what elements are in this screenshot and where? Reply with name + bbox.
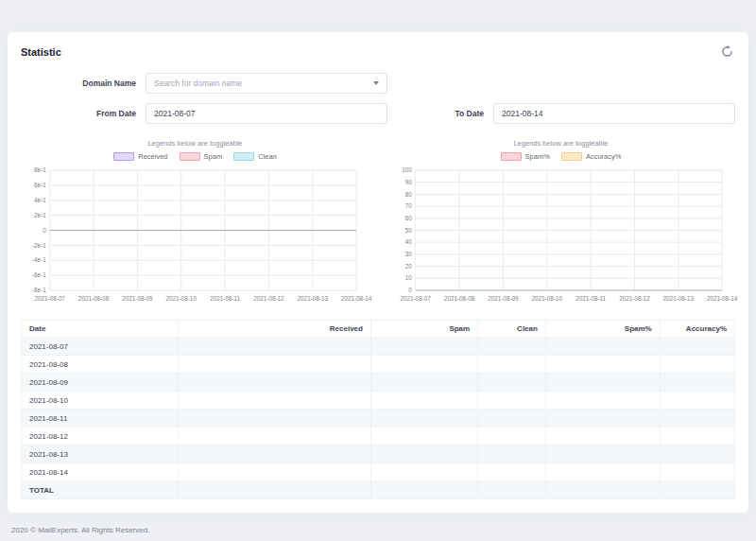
- refresh-icon: [721, 45, 733, 58]
- content-area: Statistic Domain Name Search for domain …: [0, 0, 756, 518]
- from-date-input[interactable]: [146, 103, 387, 124]
- card-header: Statistic: [21, 44, 735, 60]
- value-cell: [660, 428, 734, 445]
- legend-label: Received: [138, 152, 167, 161]
- value-cell: [370, 463, 477, 481]
- value-cell: [370, 445, 477, 463]
- value-cell: [545, 481, 660, 499]
- value-cell: [545, 356, 660, 374]
- svg-text:2021-08-14: 2021-08-14: [707, 295, 738, 302]
- col-header-clean: Clean: [478, 321, 546, 338]
- value-cell: [545, 445, 660, 463]
- date-cell: TOTAL: [22, 481, 179, 499]
- volume-chart: Legends below are toggleable ReceivedSpa…: [25, 139, 366, 306]
- table-row: 2021-08-09: [22, 374, 735, 392]
- svg-text:2021-08-11: 2021-08-11: [576, 295, 606, 302]
- value-cell: [179, 428, 371, 445]
- from-date-label: From Date: [21, 109, 146, 118]
- svg-text:8e-1: 8e-1: [34, 166, 46, 173]
- svg-text:10: 10: [405, 274, 412, 281]
- svg-text:80: 80: [405, 191, 412, 198]
- svg-text:2021-08-07: 2021-08-07: [35, 295, 66, 302]
- legend-item-spam[interactable]: Spam: [180, 152, 223, 161]
- volume-chart-legend: ReceivedSpamClean: [25, 151, 366, 162]
- svg-text:2e-1: 2e-1: [34, 212, 46, 218]
- percentage-chart: Legends below are toggleable Spam%Accura…: [390, 139, 731, 306]
- value-cell: [179, 463, 371, 481]
- svg-text:2021-08-08: 2021-08-08: [444, 295, 475, 302]
- legend-swatch: [233, 152, 254, 161]
- value-cell: [478, 410, 546, 428]
- value-cell: [478, 338, 546, 356]
- value-cell: [660, 392, 734, 410]
- value-cell: [179, 374, 371, 392]
- value-cell: [370, 392, 477, 410]
- svg-text:2021-08-14: 2021-08-14: [341, 295, 372, 302]
- legend-item-spam[interactable]: Spam%: [501, 152, 550, 161]
- svg-text:70: 70: [405, 202, 412, 209]
- value-cell: [478, 392, 546, 410]
- svg-text:6e-1: 6e-1: [34, 182, 46, 188]
- value-cell: [370, 374, 477, 392]
- legend-item-received[interactable]: Received: [113, 152, 167, 161]
- date-cell: 2021-08-07: [22, 338, 179, 356]
- legend-item-accuracy[interactable]: Accuracy%: [561, 152, 622, 161]
- svg-text:4e-1: 4e-1: [34, 197, 46, 203]
- svg-text:50: 50: [405, 227, 412, 234]
- date-cell: 2021-08-08: [22, 356, 179, 374]
- value-cell: [370, 428, 477, 445]
- col-header-accuracy: Accuracy%: [660, 321, 734, 338]
- svg-text:2021-08-09: 2021-08-09: [488, 295, 519, 302]
- legend-item-clean[interactable]: Clean: [233, 152, 277, 161]
- page-title: Statistic: [21, 46, 61, 58]
- percentage-chart-canvas: 2021-08-072021-08-082021-08-092021-08-10…: [390, 166, 731, 306]
- value-cell: [545, 374, 660, 392]
- value-cell: [545, 463, 660, 481]
- value-cell: [660, 463, 734, 481]
- to-date-group: To Date: [455, 103, 735, 124]
- legend-label: Accuracy%: [586, 152, 622, 161]
- svg-text:2021-08-10: 2021-08-10: [166, 295, 198, 302]
- col-header-date: Date: [22, 321, 179, 338]
- to-date-label: To Date: [455, 109, 493, 118]
- volume-chart-canvas: 2021-08-072021-08-082021-08-092021-08-10…: [25, 166, 366, 306]
- value-cell: [545, 338, 660, 356]
- legend-note-right: Legends below are toggleable: [390, 139, 731, 148]
- footer: 2020 © MailExperts. All Rights Reserved.: [0, 518, 756, 541]
- date-cell: 2021-08-12: [22, 428, 179, 445]
- legend-label: Spam: [204, 152, 223, 161]
- legend-swatch: [561, 152, 582, 161]
- svg-text:2021-08-09: 2021-08-09: [122, 295, 153, 302]
- value-cell: [660, 338, 734, 356]
- table-row: 2021-08-07: [22, 338, 735, 356]
- value-cell: [179, 392, 371, 410]
- svg-text:-2e-1: -2e-1: [32, 242, 46, 249]
- svg-text:2021-08-11: 2021-08-11: [210, 295, 240, 302]
- svg-text:2021-08-07: 2021-08-07: [401, 295, 432, 302]
- col-header-spam: Spam%: [545, 321, 660, 338]
- domain-name-label: Domain Name: [21, 79, 146, 88]
- value-cell: [179, 338, 371, 356]
- value-cell: [370, 356, 477, 374]
- svg-text:60: 60: [405, 215, 412, 221]
- to-date-input[interactable]: [493, 103, 735, 124]
- value-cell: [478, 428, 546, 445]
- value-cell: [545, 392, 660, 410]
- value-cell: [545, 410, 660, 428]
- footer-text: 2020 © MailExperts. All Rights Reserved.: [11, 526, 149, 534]
- chevron-down-icon: [373, 81, 379, 85]
- value-cell: [660, 374, 734, 392]
- legend-label: Spam%: [525, 152, 550, 161]
- domain-select[interactable]: Search for domain name: [146, 73, 387, 94]
- value-cell: [660, 410, 734, 428]
- value-cell: [179, 410, 371, 428]
- value-cell: [660, 445, 734, 463]
- table-row: 2021-08-11: [22, 410, 735, 428]
- svg-text:0: 0: [43, 227, 46, 234]
- legend-swatch: [113, 152, 134, 161]
- value-cell: [179, 445, 371, 463]
- svg-text:30: 30: [405, 251, 412, 257]
- col-header-received: Received: [179, 321, 371, 338]
- table-row-total: TOTAL: [22, 481, 735, 499]
- refresh-button[interactable]: [719, 44, 735, 60]
